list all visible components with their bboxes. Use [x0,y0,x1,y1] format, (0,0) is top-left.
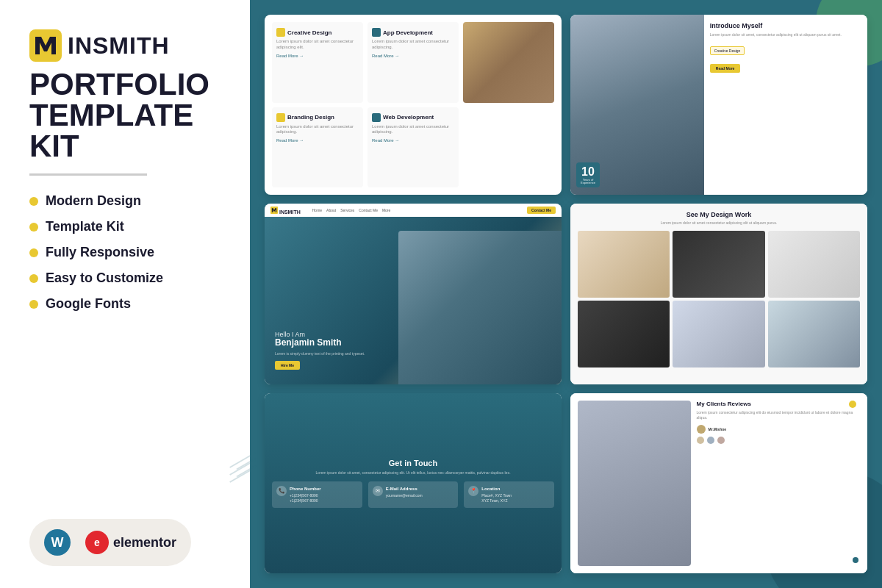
contact-info-row: 📞 Phone Number +1(234)567-8090+1(234)567… [272,481,554,507]
elementor-label: elementor [113,535,176,551]
service-creative-design: Creative Design Lorem ipsum dolor sit am… [272,22,363,103]
preview-services-card: Creative Design Lorem ipsum dolor sit am… [265,15,562,195]
contact-phone-box: 📞 Phone Number +1(234)567-8090+1(234)567… [272,481,362,507]
introduce-tag: Creative Design [710,46,745,55]
reviews-title: My Clients Reviews [697,401,860,407]
service-icon-yellow [276,28,285,37]
reviews-content: My Clients Reviews Lorem ipsum consectet… [697,401,860,566]
elementor-logo: e elementor [85,531,176,554]
service-app-development: App Development Lorem ipsum dolor sit am… [368,22,459,103]
feature-easy-customize: Easy to Customize [29,270,228,286]
feature-modern-design: Modern Design [29,193,228,209]
phone-icon: 📞 [276,486,287,496]
introduce-photo: 10 Years ofExperience [570,15,704,195]
page-title: PORTFOLIO TEMPLATE KIT [29,69,228,162]
email-icon: ✉ [373,486,383,496]
hero-nav-brand: INSMITH [270,207,301,215]
brand-logo-icon [29,29,62,62]
hero-description: Lorem is simply dummy text of the printi… [275,351,365,356]
hero-content: Hello I Am Benjamin Smith Lorem is simpl… [275,331,365,369]
reviewer-avatar-2 [697,437,704,444]
introduce-content: Introduce Myself Lorem ipsum dolor sit a… [704,15,867,195]
logo-area: INSMITH [29,29,228,62]
service-icon-yellow2 [276,113,285,122]
bullet-icon [29,197,38,206]
introduce-experience-badge: 10 Years ofExperience [576,162,600,187]
wordpress-logo: W [44,529,71,556]
portfolio-title: See My Design Work [578,211,860,218]
reviewer-avatar-3 [707,437,714,444]
portfolio-item-4 [578,301,670,368]
contact-email-text: E-Mail Address yourname@email.com [386,486,423,498]
brand-name: INSMITH [68,32,170,60]
hero-name-text: Benjamin Smith [275,338,365,348]
hero-person-photo [398,231,562,384]
reviews-person-photo [578,401,691,566]
preview-contact-card: Get in Touch Lorem ipsum dolor sit amet,… [265,393,562,573]
feature-fully-responsive: Fully Responsive [29,245,228,260]
reviews-text: Lorem ipsum consectetur adipiscing elit … [697,410,860,420]
portfolio-item-2 [673,231,764,298]
hero-nav-links: Home About Services Contact Me More [312,208,391,212]
service-icon-teal2 [372,113,381,122]
bullet-icon [29,300,38,309]
features-list: Modern Design Template Kit Fully Respons… [29,193,228,312]
service-icon-teal [372,28,381,37]
reviewer-avatar [697,425,706,434]
bullet-icon [29,248,38,257]
contact-email-box: ✉ E-Mail Address yourname@email.com [368,481,459,507]
title-divider [29,173,147,176]
footer-logos: W e elementor [29,519,191,566]
hero-nav-cta: Contact Me [527,207,556,214]
elementor-icon: e [85,531,109,554]
introduce-readmore-button: Read More [710,64,741,73]
service-branding-design: Branding Design Lorem ipsum dolor sit am… [272,107,363,188]
service-web-development: Web Development Lorem ipsum dolor sit am… [368,107,459,188]
right-panel: Creative Design Lorem ipsum dolor sit am… [250,0,882,588]
left-panel: INSMITH PORTFOLIO TEMPLATE KIT Modern De… [0,0,250,588]
contact-location-box: 📍 Location Place#, XYZ TownXYZ Town, XYZ [464,481,554,507]
reviewer-avatar-4 [717,437,725,444]
arrow-decoration [228,457,257,478]
contact-description: Lorem ipsum dolor sit amet, consectetur … [315,470,510,476]
preview-introduce-card: 10 Years ofExperience Introduce Myself L… [570,15,867,195]
preview-portfolio-card: See My Design Work Lorem ipsum dolor sit… [570,204,867,384]
bullet-icon [29,223,38,232]
reviewer-name: Mr.Mishoe [709,427,726,431]
preview-hero-card: INSMITH Home About Services Contact Me M… [265,204,562,384]
contact-phone-text: Phone Number +1(234)567-8090+1(234)567-8… [290,486,321,503]
portfolio-grid [578,231,860,367]
contact-title: Get in Touch [389,459,437,467]
hero-cta-button: Hire Me [275,361,300,370]
portfolio-item-5 [673,301,764,368]
reviewer-avatars-row [697,437,860,444]
portfolio-subtitle: Lorem ipsum dolor sit amet consectetur a… [578,220,860,225]
portfolio-item-1 [578,231,670,298]
introduce-title: Introduce Myself [710,22,861,29]
hero-navbar: INSMITH Home About Services Contact Me M… [265,204,562,217]
portfolio-item-3 [768,231,860,298]
feature-google-fonts: Google Fonts [29,296,228,312]
preview-reviews-card: My Clients Reviews Lorem ipsum consectet… [570,393,867,573]
reviews-yellow-dot [849,401,856,408]
feature-template-kit: Template Kit [29,219,228,234]
wordpress-icon: W [44,529,71,556]
service-photo [463,22,554,103]
introduce-text: Lorem ipsum dolor sit amet, consectetur … [710,32,861,37]
location-icon: 📍 [468,486,478,496]
portfolio-item-6 [768,301,860,368]
contact-location-text: Location Place#, XYZ TownXYZ Town, XYZ [481,486,512,503]
reviews-small-dot [853,557,858,563]
bullet-icon [29,274,38,283]
previews-grid: Creative Design Lorem ipsum dolor sit am… [265,15,867,573]
reviewer-row: Mr.Mishoe [697,425,860,434]
